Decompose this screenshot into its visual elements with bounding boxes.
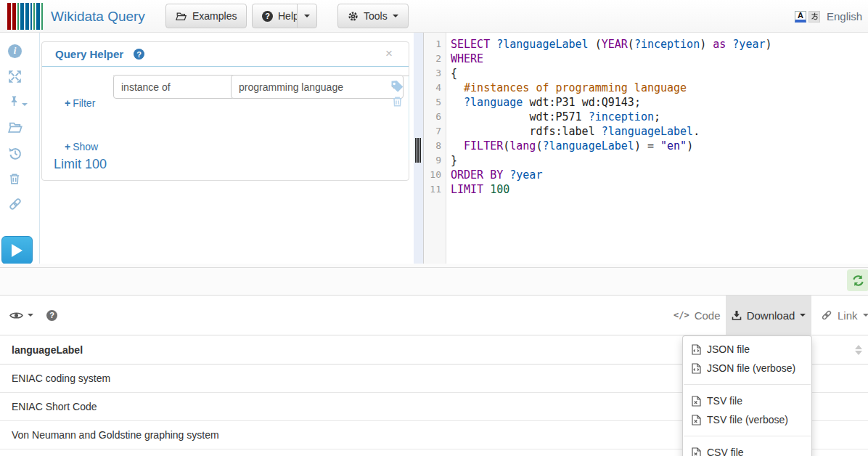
latin-a-icon: A — [795, 11, 806, 23]
menu-divider — [684, 436, 811, 436]
open-folder-icon — [176, 12, 187, 21]
close-icon[interactable]: × — [385, 46, 393, 61]
help-caret-button[interactable] — [297, 4, 317, 28]
query-helper-region: Query Helper ? × instance of programming… — [0, 33, 414, 264]
sort-icon[interactable] — [855, 345, 862, 355]
divider-line — [0, 267, 868, 268]
code-line: ?language wdt:P31 wd:Q9143; — [451, 95, 868, 110]
download-menu-item[interactable]: JSON file (verbose) — [683, 359, 811, 378]
menu-item-label: JSON file — [707, 343, 750, 355]
wikidata-query-service: Wikidata Query Examples ? Help Tools — [0, 0, 868, 456]
menu-item-label: JSON file (verbose) — [707, 362, 795, 374]
column-header: languageLabel — [12, 335, 83, 365]
line-number: 2 — [424, 52, 446, 66]
query-helper-header: Query Helper ? × — [42, 42, 409, 67]
line-number: 11 — [424, 182, 446, 197]
item-select-value: programming language — [239, 81, 343, 93]
code-area[interactable]: SELECT ?languageLabel (YEAR(?inception) … — [446, 33, 868, 264]
code-line: rdfs:label ?languageLabel. — [451, 124, 868, 139]
editor-results-divider — [0, 264, 868, 295]
link-button[interactable]: Link — [821, 296, 868, 335]
property-select[interactable]: instance of — [113, 75, 248, 99]
download-button[interactable]: Download — [726, 296, 811, 335]
add-show-button[interactable]: +Show — [65, 141, 98, 152]
trash-icon[interactable] — [391, 95, 404, 108]
display-toggle[interactable] — [9, 311, 33, 320]
file-x-icon — [692, 447, 701, 456]
sort-up-icon — [855, 345, 862, 349]
code-line: FILTER(lang(?languageLabel) = "en") — [451, 139, 868, 153]
code-button[interactable]: </> Code — [673, 296, 721, 335]
help-circle-icon[interactable]: ? — [134, 49, 144, 60]
tools-label: Tools — [364, 10, 388, 22]
language-label: English — [827, 10, 862, 23]
help-label: Help — [278, 10, 299, 22]
file-x-icon — [692, 396, 701, 407]
line-number: 1 — [424, 37, 446, 52]
drag-handle[interactable] — [415, 138, 417, 163]
sparql-editor[interactable]: 1234567891011 SELECT ?languageLabel (YEA… — [423, 33, 868, 264]
download-icon — [732, 310, 742, 320]
kana-icon — [808, 11, 820, 23]
download-menu-item[interactable]: TSV file — [683, 391, 811, 410]
download-menu-item[interactable]: CSV file — [683, 443, 811, 456]
chevron-down-icon — [393, 15, 398, 17]
code-line: SELECT ?languageLabel (YEAR(?inception) … — [451, 37, 868, 52]
query-helper-title: Query Helper — [55, 48, 123, 60]
results-toolbar: ? 100 results in 123 ms </> Code Downloa… — [0, 295, 868, 335]
eye-icon — [9, 311, 23, 320]
code-icon: </> — [673, 310, 689, 320]
panel-resizer[interactable] — [414, 33, 423, 264]
examples-button[interactable]: Examples — [165, 4, 247, 28]
download-menu-item[interactable]: TSV file (verbose) — [683, 410, 811, 429]
file-code-icon — [692, 363, 701, 374]
chevron-down-icon — [863, 314, 868, 317]
chevron-down-icon — [800, 314, 806, 317]
filter-label: Filter — [73, 97, 95, 109]
menu-divider — [684, 384, 811, 385]
results-help-icon[interactable]: ? — [46, 310, 57, 321]
line-number: 10 — [424, 168, 446, 182]
menu-item-label: CSV file — [707, 447, 744, 456]
tools-button[interactable]: Tools — [337, 4, 409, 28]
code-line: WHERE — [451, 52, 868, 66]
line-number-gutter: 1234567891011 — [424, 33, 446, 268]
download-dropdown-menu: JSON file JSON file (verbose) TSV file T… — [682, 335, 812, 456]
language-selector[interactable]: A English — [795, 0, 862, 33]
chevron-down-icon — [28, 314, 33, 317]
file-code-icon — [692, 344, 701, 355]
file-x-icon — [692, 415, 701, 426]
download-label: Download — [747, 309, 795, 322]
line-number: 4 — [424, 81, 446, 95]
line-number: 7 — [424, 124, 446, 139]
line-number: 6 — [424, 110, 446, 124]
code-label: Code — [695, 309, 721, 322]
menu-item-label: TSV file — [707, 395, 742, 407]
item-select[interactable]: programming language — [231, 75, 404, 99]
limit-control[interactable]: Limit 100 — [54, 157, 107, 172]
link-label: Link — [838, 309, 858, 322]
menu-item-label: TSV file (verbose) — [707, 414, 788, 426]
code-line: ORDER BY ?year — [451, 168, 868, 182]
link-icon — [821, 309, 832, 321]
chevron-down-icon — [304, 15, 310, 17]
question-circle-icon: ? — [262, 11, 273, 22]
line-number: 5 — [424, 95, 446, 110]
plus-icon: + — [65, 141, 70, 152]
refresh-icon — [852, 274, 864, 287]
gear-icon — [348, 11, 359, 22]
tag-icon[interactable] — [390, 78, 405, 94]
code-line: } — [451, 153, 868, 168]
code-line: wdt:P571 ?inception; — [451, 110, 868, 124]
query-helper-panel: Query Helper ? × instance of programming… — [41, 41, 409, 181]
property-select-value: instance of — [121, 81, 171, 93]
line-number: 3 — [424, 66, 446, 81]
sort-down-icon — [855, 351, 862, 355]
line-number: 8 — [424, 139, 446, 153]
page-title: Wikidata Query — [51, 0, 145, 33]
top-navbar: Wikidata Query Examples ? Help Tools — [0, 0, 868, 33]
add-filter-button[interactable]: +Filter — [65, 97, 95, 109]
download-menu-item[interactable]: JSON file — [683, 340, 811, 359]
refresh-button[interactable] — [847, 269, 868, 291]
code-line: #instances of programming language — [451, 81, 868, 95]
